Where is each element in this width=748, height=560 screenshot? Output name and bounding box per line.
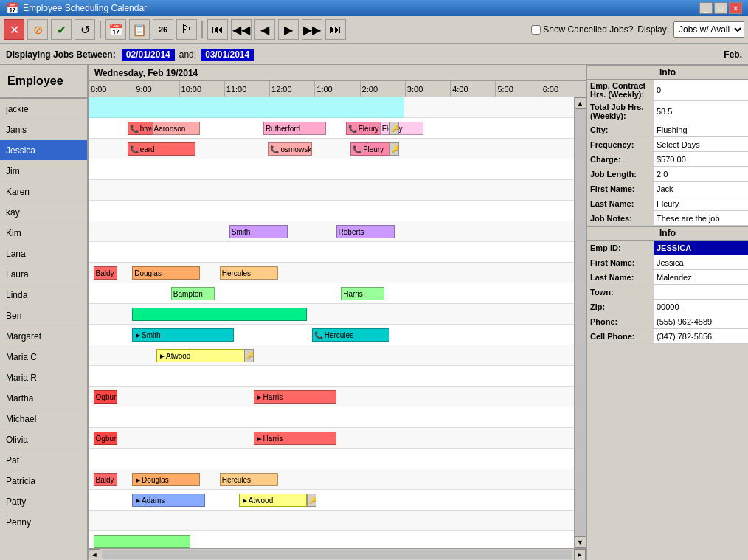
emp-row-pat[interactable]: Pat — [0, 450, 87, 471]
job-patty-key[interactable]: 🔑 — [307, 494, 316, 507]
emp-row-jim[interactable]: Jim — [0, 161, 87, 182]
schedule-row-penny — [89, 511, 574, 531]
job-jessica-2[interactable]: osmowski — [268, 142, 311, 156]
ok-button[interactable]: ✔ — [51, 19, 72, 40]
cell-phone-value: (347) 782-5856 — [654, 329, 748, 343]
end-date[interactable]: 03/01/2014 — [201, 49, 254, 61]
grid-michael — [89, 407, 574, 427]
job-laura-hercules[interactable]: Hercules — [220, 266, 278, 280]
emp-last-label: Last Name: — [587, 270, 654, 284]
emp-row-karen[interactable]: Karen — [0, 182, 87, 202]
schedule-scroll[interactable]: htwood Aaronson Rutherford Fleury Fleury… — [89, 97, 574, 548]
emp-row-linda[interactable]: Linda — [0, 285, 87, 305]
job-kim-smith[interactable]: Smith — [229, 225, 288, 238]
schedule-row-patricia: Baldy ►Douglas Hercules — [89, 469, 574, 490]
job-olivia-harris[interactable]: ►Harris — [254, 432, 336, 445]
job-margaret-smith[interactable]: ►Smith — [132, 328, 234, 342]
grid-maria-r — [89, 366, 574, 386]
calendar-button[interactable]: 📅 — [105, 19, 126, 40]
next-button[interactable]: ▶ — [278, 19, 299, 40]
main-content: Employee jackie Janis Jessica Jim Karen … — [0, 65, 748, 560]
job-kim-roberts[interactable]: Roberts — [336, 225, 395, 238]
scroll-up-button[interactable]: ▲ — [575, 97, 586, 109]
job-maria-c-key[interactable]: 🔑 — [244, 349, 254, 362]
refresh-button[interactable]: ↺ — [75, 19, 95, 40]
job-margaret-hercules[interactable]: Hercules — [312, 328, 389, 342]
info-frequency: Frequency: Select Days — [587, 137, 748, 152]
emp-row-patricia[interactable]: Patricia — [0, 471, 87, 491]
emp-row-jessica[interactable]: Jessica — [0, 140, 87, 161]
job-janis-key[interactable]: 🔑 — [389, 122, 399, 135]
emp-row-penny[interactable]: Penny — [0, 512, 87, 533]
emp-row-maria-r[interactable]: Maria R — [0, 367, 87, 388]
info-emp-last: Last Name: Malendez — [587, 270, 748, 285]
scroll-down-button[interactable]: ▼ — [575, 536, 586, 548]
close-button[interactable]: ✕ — [729, 2, 742, 14]
job-extra[interactable] — [94, 535, 191, 548]
total-job-hrs-label: Total Job Hrs.(Weekly): — [587, 101, 654, 122]
job-laura-douglas[interactable]: Douglas — [132, 266, 200, 280]
emp-row-olivia[interactable]: Olivia — [0, 429, 87, 450]
scroll-left-button[interactable]: ◄ — [89, 549, 100, 561]
rewind-button[interactable]: ◀◀ — [231, 19, 252, 40]
flag-button[interactable]: 🏳 — [176, 19, 197, 40]
emp-row-patty[interactable]: Patty — [0, 491, 87, 512]
emp-row-lana[interactable]: Lana — [0, 243, 87, 264]
emp-row-ben[interactable]: Ben — [0, 305, 87, 326]
fast-forward-button[interactable]: ▶▶ — [302, 19, 322, 40]
job-martha-harris[interactable]: ►Harris — [254, 390, 336, 404]
list-button[interactable]: 📋 — [129, 19, 150, 40]
show-cancelled-checkbox[interactable] — [531, 25, 541, 35]
skip-back-button[interactable]: ⏮ — [207, 19, 228, 40]
display-select[interactable]: Jobs w/ Avail Jobs Only Avail Only — [673, 21, 744, 38]
job-janis-fleury1[interactable]: Fleury — [346, 122, 385, 135]
date-26-button[interactable]: 26 — [153, 19, 173, 40]
no-button[interactable]: ⊘ — [27, 19, 48, 40]
time-9: 9:00 — [134, 81, 179, 97]
job-patricia-baldy[interactable]: Baldy — [94, 473, 118, 486]
emp-row-jackie[interactable]: jackie — [0, 99, 87, 120]
job-martha-ogburn[interactable]: Ogburn — [94, 390, 118, 404]
scroll-track[interactable] — [575, 109, 586, 536]
emp-row-janis[interactable]: Janis — [0, 120, 87, 140]
total-job-hrs-value: 58.5 — [654, 101, 748, 122]
job-patricia-hercules[interactable]: Hercules — [220, 473, 278, 486]
grid-kim — [89, 221, 574, 241]
job-ben-1[interactable] — [132, 308, 307, 321]
emp-row-laura[interactable]: Laura — [0, 264, 87, 285]
maximize-button[interactable]: □ — [714, 2, 727, 14]
schedule-row-jackie — [89, 97, 574, 118]
emp-row-margaret[interactable]: Margaret — [0, 326, 87, 347]
job-jessica-fleury[interactable]: Fleury — [350, 142, 394, 156]
start-date[interactable]: 02/01/2014 — [122, 49, 175, 61]
emp-row-martha[interactable]: Martha — [0, 388, 87, 409]
emp-row-maria-c[interactable]: Maria C — [0, 347, 87, 367]
job-patty-atwood[interactable]: ►Atwood — [239, 494, 307, 507]
job-janis-rutherford[interactable]: Rutherford — [263, 122, 327, 135]
minimize-button[interactable]: _ — [699, 2, 713, 14]
info-town: Town: — [587, 285, 748, 300]
h-scroll-track[interactable] — [102, 550, 572, 559]
job-patty-adams[interactable]: ►Adams — [132, 494, 205, 507]
job-jessica-key[interactable]: 🔑 — [389, 142, 399, 156]
job-jessica-1[interactable]: eard — [128, 142, 195, 156]
cancel-button[interactable]: ✕ — [4, 19, 24, 40]
emp-id-value: JESSICA — [654, 241, 748, 255]
job-olivia-ogburn[interactable]: Ogburn — [94, 432, 118, 445]
prev-button[interactable]: ◀ — [254, 19, 275, 40]
job-linda-harris[interactable]: Harris — [341, 287, 384, 300]
job-janis-2[interactable]: Aaronson — [152, 122, 201, 135]
job-patricia-douglas[interactable]: ►Douglas — [132, 473, 200, 486]
horizontal-scrollbar[interactable]: ◄ ► — [89, 548, 586, 560]
job-maria-c-atwood[interactable]: ►Atwood — [156, 349, 249, 362]
schedule-row-lana — [89, 242, 574, 263]
emp-row-kim[interactable]: Kim — [0, 223, 87, 243]
city-label: City: — [587, 122, 654, 136]
job-linda-bampton[interactable]: Bampton — [171, 287, 215, 300]
emp-row-kay[interactable]: kay — [0, 202, 87, 223]
job-laura-baldy[interactable]: Baldy — [94, 266, 118, 280]
scroll-right-button[interactable]: ► — [574, 549, 586, 561]
job-janis-fleury2[interactable]: Fleury — [380, 122, 423, 135]
skip-forward-button[interactable]: ⏭ — [325, 19, 346, 40]
emp-row-michael[interactable]: Michael — [0, 409, 87, 429]
